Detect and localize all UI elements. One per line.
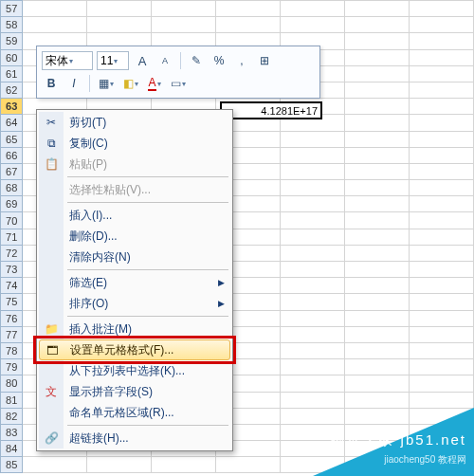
cell[interactable] [345,17,410,33]
row-header[interactable]: 83 [1,424,23,440]
cell[interactable] [281,212,345,229]
bold-button[interactable]: B [42,74,61,93]
row-header[interactable]: 68 [1,180,23,196]
cell[interactable] [281,375,345,392]
cell[interactable] [345,278,410,294]
row-header[interactable]: 59 [1,33,23,49]
cell[interactable] [345,342,410,358]
row-header[interactable]: 78 [1,342,23,358]
cell[interactable] [345,359,410,375]
cell[interactable] [281,359,345,375]
cell[interactable] [345,212,410,229]
menu-show-phonetic[interactable]: 文显示拼音字段(S) [39,381,230,402]
cell[interactable] [410,359,474,375]
row-header[interactable]: 80 [1,375,23,392]
row-header[interactable]: 67 [1,163,23,179]
cell[interactable] [345,326,410,342]
cell[interactable] [152,457,216,473]
row-header[interactable]: 71 [1,229,23,245]
cell[interactable] [345,310,410,326]
cell[interactable] [281,245,345,261]
cell[interactable] [410,33,474,49]
menu-insert-comment[interactable]: 📁插入批注(M) [39,319,230,339]
italic-button[interactable]: I [64,74,83,93]
cell[interactable] [410,229,474,245]
cell[interactable] [345,1,410,17]
cell[interactable] [345,375,410,392]
cell[interactable] [410,147,474,163]
row-header[interactable]: 74 [1,278,23,294]
cell[interactable] [216,17,281,33]
cell[interactable] [281,342,345,358]
cell[interactable] [87,17,152,33]
cell[interactable] [345,229,410,245]
cell[interactable] [345,99,410,115]
cell[interactable] [345,163,410,179]
menu-name-range[interactable]: 命名单元格区域(R)... [39,402,230,423]
cell[interactable] [410,375,474,392]
decimal-button[interactable]: ⊞ [255,51,274,70]
cell[interactable] [410,212,474,229]
cell[interactable] [345,147,410,163]
row-header[interactable]: 57 [1,1,23,17]
cell[interactable] [410,278,474,294]
cell[interactable] [345,294,410,310]
row-header[interactable]: 76 [1,310,23,326]
active-cell-value[interactable]: 4.1281E+17 [220,101,322,119]
cell[interactable] [152,1,216,17]
cell[interactable] [345,196,410,212]
row-header[interactable]: 61 [1,65,23,82]
percent-button[interactable]: % [210,51,228,70]
row-header[interactable]: 79 [1,359,23,375]
row-header[interactable]: 66 [1,147,23,163]
cell[interactable] [281,17,345,33]
row-header[interactable]: 75 [1,294,23,310]
cell[interactable] [281,163,345,179]
cell[interactable] [345,392,410,408]
cell[interactable] [23,457,87,473]
cell[interactable] [410,99,474,115]
cell[interactable] [281,326,345,342]
row-header[interactable]: 77 [1,326,23,342]
cell[interactable] [87,1,152,17]
cell[interactable] [345,262,410,278]
menu-delete[interactable]: 删除(D)... [39,226,230,247]
row-header[interactable]: 82 [1,408,23,424]
cell[interactable] [281,1,345,17]
cell[interactable] [345,115,410,131]
font-color-button[interactable]: A▾ [145,74,164,93]
menu-format-cells[interactable]: 🗔设置单元格格式(F)... [39,339,230,360]
cell[interactable] [281,262,345,278]
cell[interactable] [410,131,474,147]
comma-style-button[interactable]: , [232,51,251,70]
cell[interactable] [410,310,474,326]
menu-insert[interactable]: 插入(I)... [39,205,230,226]
cell[interactable] [345,33,410,49]
cell[interactable] [410,262,474,278]
fill-color-button[interactable]: ◧▾ [120,74,141,93]
cell[interactable] [281,180,345,196]
row-header[interactable]: 70 [1,212,23,229]
menu-clear-contents[interactable]: 清除内容(N) [39,247,230,267]
cell[interactable] [23,17,87,33]
grow-font-button[interactable]: A [133,51,152,70]
row-header[interactable]: 81 [1,392,23,408]
cell[interactable] [281,294,345,310]
cell[interactable] [410,294,474,310]
row-header[interactable]: 58 [1,17,23,33]
shrink-font-button[interactable]: A [155,51,174,70]
cell[interactable] [87,457,152,473]
cell[interactable] [345,49,410,65]
cell[interactable] [281,278,345,294]
cell[interactable] [345,245,410,261]
cell[interactable] [281,229,345,245]
cell[interactable] [410,163,474,179]
font-size-selector[interactable]: 11▾ [97,51,129,70]
cell[interactable] [152,17,216,33]
row-header[interactable]: 72 [1,245,23,261]
menu-cut[interactable]: ✂剪切(T) [39,112,230,133]
row-header[interactable]: 84 [1,441,23,457]
menu-copy[interactable]: ⧉复制(C) [39,133,230,154]
format-painter-button[interactable]: ✎ [187,51,206,70]
menu-pick-from-list[interactable]: 从下拉列表中选择(K)... [39,360,230,381]
